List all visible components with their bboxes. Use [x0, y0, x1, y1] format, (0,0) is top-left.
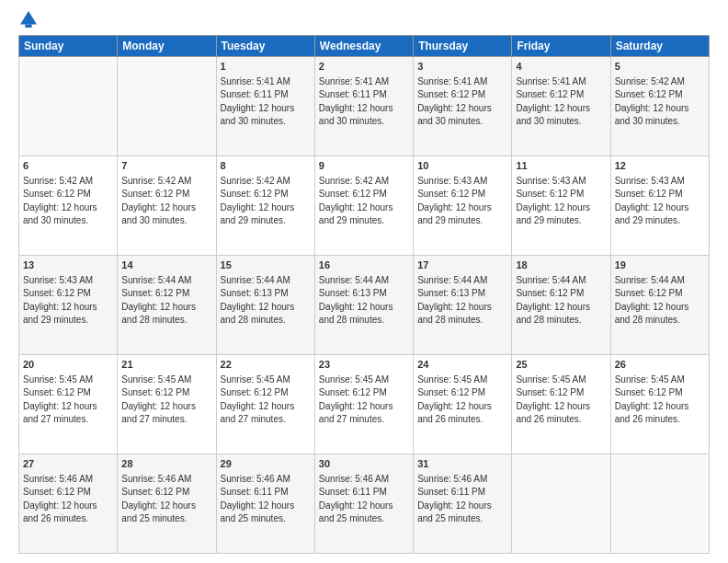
- day-info: Sunrise: 5:45 AM Sunset: 6:12 PM Dayligh…: [23, 374, 97, 425]
- calendar-week-row: 1Sunrise: 5:41 AM Sunset: 6:11 PM Daylig…: [19, 57, 710, 156]
- day-number: 30: [319, 457, 409, 471]
- day-info: Sunrise: 5:45 AM Sunset: 6:12 PM Dayligh…: [417, 374, 492, 425]
- calendar-cell: 18Sunrise: 5:44 AM Sunset: 6:12 PM Dayli…: [512, 256, 610, 355]
- day-number: 7: [121, 159, 211, 173]
- calendar-cell: 20Sunrise: 5:45 AM Sunset: 6:12 PM Dayli…: [19, 355, 118, 454]
- svg-marker-1: [25, 24, 31, 28]
- calendar-cell: 9Sunrise: 5:42 AM Sunset: 6:12 PM Daylig…: [314, 156, 413, 256]
- calendar-cell: 31Sunrise: 5:46 AM Sunset: 6:11 PM Dayli…: [414, 454, 512, 554]
- day-number: 23: [319, 358, 409, 372]
- day-info: Sunrise: 5:42 AM Sunset: 6:12 PM Dayligh…: [221, 176, 295, 226]
- day-number: 15: [221, 259, 311, 272]
- day-number: 10: [417, 159, 507, 173]
- day-number: 18: [516, 259, 606, 272]
- calendar-cell: 17Sunrise: 5:44 AM Sunset: 6:13 PM Dayli…: [414, 256, 512, 355]
- day-number: 29: [221, 457, 311, 471]
- day-number: 11: [516, 159, 606, 173]
- weekday-header: Sunday: [19, 36, 118, 57]
- calendar-table: SundayMondayTuesdayWednesdayThursdayFrid…: [18, 35, 710, 554]
- calendar-cell: 13Sunrise: 5:43 AM Sunset: 6:12 PM Dayli…: [19, 256, 118, 355]
- day-number: 31: [417, 457, 507, 471]
- calendar-cell: 25Sunrise: 5:45 AM Sunset: 6:12 PM Dayli…: [512, 355, 610, 454]
- calendar-cell: 14Sunrise: 5:44 AM Sunset: 6:12 PM Dayli…: [118, 256, 216, 355]
- day-info: Sunrise: 5:44 AM Sunset: 6:13 PM Dayligh…: [221, 275, 295, 326]
- calendar-cell: 16Sunrise: 5:44 AM Sunset: 6:13 PM Dayli…: [314, 256, 413, 355]
- day-info: Sunrise: 5:44 AM Sunset: 6:12 PM Dayligh…: [516, 275, 590, 326]
- calendar-week-row: 6Sunrise: 5:42 AM Sunset: 6:12 PM Daylig…: [19, 156, 710, 256]
- day-number: 20: [23, 358, 113, 372]
- calendar-header-row: SundayMondayTuesdayWednesdayThursdayFrid…: [19, 36, 710, 57]
- calendar-cell: [118, 57, 216, 156]
- day-info: Sunrise: 5:41 AM Sunset: 6:11 PM Dayligh…: [319, 76, 393, 127]
- day-number: 25: [516, 358, 606, 372]
- day-info: Sunrise: 5:42 AM Sunset: 6:12 PM Dayligh…: [615, 76, 689, 127]
- day-info: Sunrise: 5:46 AM Sunset: 6:11 PM Dayligh…: [417, 474, 492, 524]
- day-info: Sunrise: 5:46 AM Sunset: 6:12 PM Dayligh…: [121, 474, 196, 524]
- calendar-cell: 15Sunrise: 5:44 AM Sunset: 6:13 PM Dayli…: [216, 256, 314, 355]
- calendar-cell: 10Sunrise: 5:43 AM Sunset: 6:12 PM Dayli…: [414, 156, 512, 256]
- calendar-cell: [512, 454, 610, 554]
- day-info: Sunrise: 5:43 AM Sunset: 6:12 PM Dayligh…: [615, 176, 689, 226]
- calendar-cell: 8Sunrise: 5:42 AM Sunset: 6:12 PM Daylig…: [216, 156, 314, 256]
- day-info: Sunrise: 5:46 AM Sunset: 6:11 PM Dayligh…: [221, 474, 295, 524]
- day-number: 9: [319, 159, 409, 173]
- day-info: Sunrise: 5:41 AM Sunset: 6:12 PM Dayligh…: [417, 76, 492, 127]
- day-info: Sunrise: 5:44 AM Sunset: 6:13 PM Dayligh…: [319, 275, 393, 326]
- day-info: Sunrise: 5:45 AM Sunset: 6:12 PM Dayligh…: [615, 374, 689, 425]
- calendar-cell: 19Sunrise: 5:44 AM Sunset: 6:12 PM Dayli…: [610, 256, 709, 355]
- calendar-cell: 23Sunrise: 5:45 AM Sunset: 6:12 PM Dayli…: [314, 355, 413, 454]
- day-number: 22: [221, 358, 311, 372]
- day-info: Sunrise: 5:45 AM Sunset: 6:12 PM Dayligh…: [516, 374, 590, 425]
- day-number: 2: [319, 60, 409, 74]
- day-info: Sunrise: 5:43 AM Sunset: 6:12 PM Dayligh…: [417, 176, 492, 226]
- calendar-cell: 7Sunrise: 5:42 AM Sunset: 6:12 PM Daylig…: [118, 156, 216, 256]
- day-info: Sunrise: 5:42 AM Sunset: 6:12 PM Dayligh…: [23, 176, 97, 226]
- day-info: Sunrise: 5:43 AM Sunset: 6:12 PM Dayligh…: [516, 176, 590, 226]
- calendar-cell: 26Sunrise: 5:45 AM Sunset: 6:12 PM Dayli…: [610, 355, 709, 454]
- calendar-cell: [19, 57, 118, 156]
- day-info: Sunrise: 5:45 AM Sunset: 6:12 PM Dayligh…: [121, 374, 196, 425]
- weekday-header: Monday: [118, 36, 216, 57]
- day-number: 16: [319, 259, 409, 272]
- day-info: Sunrise: 5:46 AM Sunset: 6:12 PM Dayligh…: [23, 474, 97, 524]
- day-number: 24: [417, 358, 507, 372]
- day-info: Sunrise: 5:45 AM Sunset: 6:12 PM Dayligh…: [319, 374, 393, 425]
- calendar-cell: 22Sunrise: 5:45 AM Sunset: 6:12 PM Dayli…: [216, 355, 314, 454]
- day-number: 27: [23, 457, 113, 471]
- calendar-cell: 27Sunrise: 5:46 AM Sunset: 6:12 PM Dayli…: [19, 454, 118, 554]
- weekday-header: Friday: [512, 36, 610, 57]
- logo-triangle-icon: [20, 11, 37, 28]
- day-number: 14: [121, 259, 211, 272]
- weekday-header: Saturday: [610, 36, 709, 57]
- calendar-cell: 6Sunrise: 5:42 AM Sunset: 6:12 PM Daylig…: [19, 156, 118, 256]
- day-number: 28: [121, 457, 211, 471]
- logo-text: [18, 15, 37, 28]
- header: [18, 15, 710, 28]
- day-info: Sunrise: 5:41 AM Sunset: 6:12 PM Dayligh…: [516, 76, 590, 127]
- calendar-cell: 2Sunrise: 5:41 AM Sunset: 6:11 PM Daylig…: [314, 57, 413, 156]
- day-number: 17: [417, 259, 507, 272]
- day-info: Sunrise: 5:41 AM Sunset: 6:11 PM Dayligh…: [221, 76, 295, 127]
- day-number: 5: [615, 60, 705, 74]
- day-number: 3: [417, 60, 507, 74]
- day-number: 26: [615, 358, 705, 372]
- day-info: Sunrise: 5:42 AM Sunset: 6:12 PM Dayligh…: [319, 176, 393, 226]
- calendar-cell: 5Sunrise: 5:42 AM Sunset: 6:12 PM Daylig…: [610, 57, 709, 156]
- calendar-cell: 30Sunrise: 5:46 AM Sunset: 6:11 PM Dayli…: [314, 454, 413, 554]
- day-info: Sunrise: 5:44 AM Sunset: 6:13 PM Dayligh…: [417, 275, 492, 326]
- calendar-cell: 29Sunrise: 5:46 AM Sunset: 6:11 PM Dayli…: [216, 454, 314, 554]
- page: SundayMondayTuesdayWednesdayThursdayFrid…: [0, 0, 728, 563]
- day-info: Sunrise: 5:43 AM Sunset: 6:12 PM Dayligh…: [23, 275, 97, 326]
- day-info: Sunrise: 5:42 AM Sunset: 6:12 PM Dayligh…: [121, 176, 196, 226]
- calendar-cell: 1Sunrise: 5:41 AM Sunset: 6:11 PM Daylig…: [216, 57, 314, 156]
- calendar-week-row: 20Sunrise: 5:45 AM Sunset: 6:12 PM Dayli…: [19, 355, 710, 454]
- day-info: Sunrise: 5:44 AM Sunset: 6:12 PM Dayligh…: [121, 275, 196, 326]
- day-number: 6: [23, 159, 113, 173]
- day-number: 4: [516, 60, 606, 74]
- day-number: 1: [221, 60, 311, 74]
- calendar-cell: [610, 454, 709, 554]
- calendar-cell: 24Sunrise: 5:45 AM Sunset: 6:12 PM Dayli…: [414, 355, 512, 454]
- calendar-week-row: 13Sunrise: 5:43 AM Sunset: 6:12 PM Dayli…: [19, 256, 710, 355]
- weekday-header: Tuesday: [216, 36, 314, 57]
- day-number: 19: [615, 259, 705, 272]
